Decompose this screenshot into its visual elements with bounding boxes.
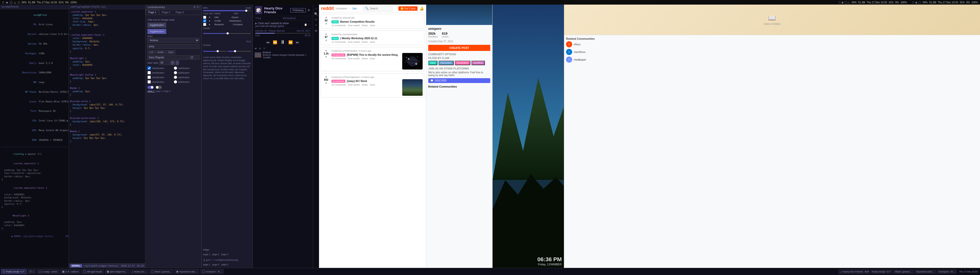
upvote-3[interactable]: ▲ bbox=[325, 49, 328, 52]
downvote-4[interactable]: ▼ bbox=[325, 82, 328, 85]
taskbar-right-2[interactable]: Partly cloudy +17° bbox=[870, 270, 892, 274]
downvote-3[interactable]: ▼ bbox=[325, 55, 328, 58]
bottom-page-3[interactable]: page 3 bbox=[221, 253, 228, 256]
music-sidebar-settings-icon[interactable]: ⚙ bbox=[315, 29, 318, 33]
widget-spinbox[interactable] bbox=[159, 61, 169, 65]
taskbar-item-5[interactable]: ◯ diif=gpb-heads bbox=[81, 269, 104, 274]
widget-checkbox-1[interactable] bbox=[148, 66, 151, 70]
widget-radio-3[interactable] bbox=[174, 76, 177, 79]
music-options-icon[interactable]: ⋯ bbox=[308, 24, 310, 26]
taskbar-item-7[interactable]: ♪ Hearty Dic... bbox=[130, 269, 148, 274]
widget-entry-input[interactable] bbox=[148, 44, 199, 49]
workspace-1[interactable]: ◉ bbox=[6, 1, 8, 4]
widget-font-size[interactable] bbox=[189, 55, 199, 60]
widget-page-2[interactable]: page 2 bbox=[156, 90, 163, 92]
workspace-3[interactable]: △ bbox=[14, 1, 16, 4]
music-progress-bar[interactable] bbox=[255, 33, 310, 33]
flair-workflow-btn[interactable]: Workflow bbox=[471, 61, 485, 65]
music-sidebar-home-icon[interactable]: ⌂ bbox=[315, 6, 317, 10]
post-4-share[interactable]: Share bbox=[362, 84, 368, 86]
widget-togglebutton-1[interactable]: togglebutton bbox=[148, 23, 166, 27]
related-community-item-1[interactable]: r r/linux bbox=[566, 41, 978, 47]
widget-checkbox-4[interactable] bbox=[148, 80, 151, 84]
groove-thumb-2[interactable] bbox=[234, 50, 236, 52]
widget-tab-page1[interactable]: Page 1 bbox=[145, 10, 159, 15]
reddit-get-coins-btn[interactable]: 🪙 Get Coins bbox=[398, 6, 417, 11]
upvote-1[interactable]: ▲ bbox=[325, 16, 328, 19]
post-3-flair[interactable]: Screenshot bbox=[331, 54, 345, 57]
music-next-icon[interactable]: ⏭ bbox=[296, 40, 299, 44]
widget-spin-down[interactable]: - bbox=[176, 61, 179, 65]
post-3-title[interactable]: [BSPWM] This is literally the sexiest th… bbox=[347, 54, 398, 56]
post-2-share[interactable]: Share bbox=[362, 41, 368, 43]
widget-combo[interactable]: Andrea bbox=[148, 38, 199, 43]
post-4-award[interactable]: Give Award bbox=[348, 84, 360, 86]
bottom-page-2b[interactable]: page 2 bbox=[212, 263, 220, 266]
taskbar-right-3[interactable]: Black | genera... bbox=[893, 270, 913, 274]
related-community-item-2[interactable]: r r/archlinux bbox=[566, 49, 978, 55]
music-sidebar-search-icon[interactable]: 🔍 bbox=[314, 12, 318, 16]
widget-toggle-switch-1[interactable] bbox=[148, 86, 154, 89]
music-forward-icon[interactable]: ⏩ bbox=[288, 40, 293, 44]
taskbar-item-9[interactable]: ◉ #questions-disc... bbox=[174, 269, 199, 274]
widget-tab-page3[interactable]: Page 3 bbox=[173, 10, 186, 15]
post-4-flair[interactable]: Screenshot bbox=[331, 80, 345, 83]
downvote-1[interactable]: ▼ bbox=[325, 22, 328, 25]
post-1-share[interactable]: Share bbox=[362, 24, 368, 27]
reddit-subreddit-nav[interactable]: r/unixporn bbox=[336, 7, 347, 10]
music-prev-icon[interactable]: ⏮ bbox=[266, 40, 270, 44]
taskbar-item-8[interactable]: ◯ Black | genera... bbox=[149, 269, 173, 274]
post-2-award[interactable]: Give Award bbox=[348, 41, 360, 43]
post-1-comments[interactable]: 10 Comments bbox=[331, 24, 346, 27]
widget-toggle-switch-2[interactable] bbox=[156, 86, 162, 89]
post-2-flair[interactable]: Meta bbox=[331, 37, 339, 40]
flair-meta-btn[interactable]: Meta bbox=[428, 61, 438, 65]
widget-togglebutton-2[interactable]: togglebutton bbox=[148, 29, 166, 34]
music-shuffle-icon[interactable]: ⇄ bbox=[255, 47, 257, 50]
code-editor-content[interactable]: .custom_separator { padding: 5px 5px 5px… bbox=[69, 9, 145, 263]
post-3-share[interactable]: Share bbox=[362, 57, 368, 60]
music-progress-container[interactable]: 0:00 30:13 bbox=[253, 33, 313, 38]
related-community-item-3[interactable]: r r/wallpaper bbox=[566, 57, 978, 63]
reddit-notifications-icon[interactable]: 🔔 bbox=[420, 6, 424, 10]
upvote-2[interactable]: ▲ bbox=[325, 32, 328, 35]
taskbar-item-10[interactable]: ◯ r/unixporn - th... bbox=[200, 269, 224, 274]
widget-checkbox-3[interactable] bbox=[148, 76, 151, 79]
workspace-icon[interactable]: ⬡ bbox=[2, 1, 4, 4]
taskbar-item-3[interactable]: ◻ 2: sway - wshrc bbox=[37, 269, 59, 274]
taskbar-right-4[interactable]: #questions-disc... bbox=[915, 270, 936, 274]
widget-align-middle[interactable]: Middle bbox=[156, 50, 166, 54]
post-4-save[interactable]: Save bbox=[370, 84, 375, 86]
main-slider[interactable] bbox=[203, 10, 251, 11]
taskbar-item-1[interactable]: ⬡ Partly cloudy +17° bbox=[1, 269, 27, 274]
post-2-comments[interactable]: 11 Comments bbox=[331, 41, 346, 43]
widget-radio-4[interactable] bbox=[174, 80, 177, 84]
taskbar-right-5[interactable]: r/unixporn - th... bbox=[937, 270, 956, 274]
row3-check[interactable] bbox=[203, 23, 206, 26]
reddit-join-btn[interactable]: Join bbox=[352, 7, 357, 10]
upvote-4[interactable]: ▲ bbox=[325, 75, 328, 78]
groove-slider-container[interactable] bbox=[203, 47, 251, 55]
post-4-comments[interactable]: 53 Comments bbox=[331, 84, 346, 86]
widget-page-3[interactable]: page 3 bbox=[164, 90, 171, 92]
post-1-flair[interactable]: Meta bbox=[331, 21, 339, 24]
bottom-page-1b[interactable]: page 1 bbox=[203, 263, 210, 266]
post-2-save[interactable]: Save bbox=[370, 41, 375, 43]
post-3-comments[interactable]: 93 Comments bbox=[331, 57, 346, 60]
widget-align-left[interactable]: Left bbox=[148, 50, 155, 54]
discord-link[interactable]: 💬 DISCORD bbox=[428, 78, 490, 83]
widget-page-1[interactable]: page 1 bbox=[148, 90, 155, 92]
taskbar-item-6[interactable]: ▣ gtk3-widget-he... bbox=[105, 269, 129, 274]
bottom-page-1[interactable]: page 1 bbox=[203, 253, 210, 256]
row2-check[interactable] bbox=[203, 19, 206, 22]
taskbar-item-4[interactable]: ▣ 3: lf - addons bbox=[60, 269, 80, 274]
post-2-title[interactable]: | Weekly Workshop 2020-12-11 bbox=[340, 37, 377, 40]
downvote-2[interactable]: ▼ bbox=[325, 39, 328, 42]
music-close-icon[interactable]: ✕ bbox=[307, 8, 310, 12]
post-1-title[interactable]: Banner Competition Results bbox=[340, 21, 374, 23]
row1-check[interactable] bbox=[203, 16, 206, 19]
bottom-page-3b[interactable]: page 3 bbox=[221, 263, 228, 266]
post-1-save[interactable]: Save bbox=[370, 24, 375, 27]
widget-checkbox-2[interactable] bbox=[148, 71, 151, 74]
widget-spin-up[interactable]: + bbox=[170, 61, 175, 65]
